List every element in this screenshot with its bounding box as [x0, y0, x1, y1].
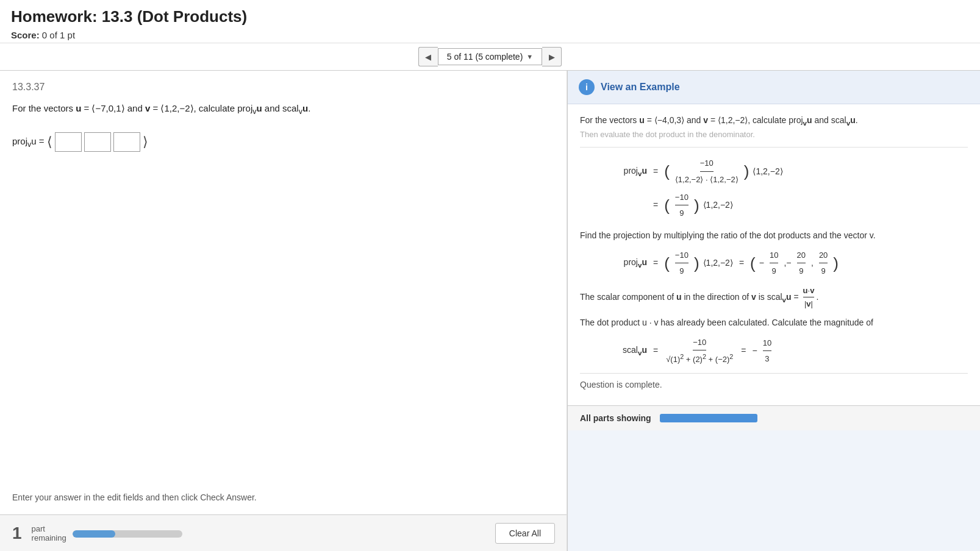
- problem-statement: For the vectors u = ⟨−7,0,1⟩ and v = ⟨1,…: [12, 101, 554, 118]
- explanation-text2: The scalar component of u in the directi…: [580, 285, 968, 310]
- part-info: 1 part remaining: [12, 524, 182, 543]
- page-title: Homework: 13.3 (Dot Products): [11, 7, 969, 26]
- nav-prev-button[interactable]: ◀: [418, 47, 438, 66]
- question-complete: Question is complete.: [580, 373, 968, 396]
- math-block-1: projvu = ( −10 ⟨1,2,−2⟩ · ⟨1,2,−2⟩ ) ⟨1,…: [604, 156, 968, 221]
- view-example-header[interactable]: i View an Example: [568, 71, 980, 104]
- nav-status-text: 5 of 11 (5 complete): [447, 52, 523, 62]
- frac2-num: −10: [675, 190, 689, 205]
- answer-input-2[interactable]: [84, 132, 111, 152]
- math-line-2: = ( −10 9 ) ⟨1,2,−2⟩: [604, 190, 968, 221]
- frac1-den: ⟨1,2,−2⟩ · ⟨1,2,−2⟩: [675, 172, 739, 187]
- answer-input-1[interactable]: [55, 132, 82, 152]
- example-problem: For the vectors u = ⟨−4,0,3⟩ and v = ⟨1,…: [580, 114, 968, 148]
- bottom-bar: 1 part remaining Clear All: [0, 514, 567, 551]
- right-panel: i View an Example For the vectors u = ⟨−…: [567, 71, 980, 551]
- proj-label-2: projvu: [604, 255, 647, 271]
- explanation-text: Find the projection by multiplying the r…: [580, 229, 968, 242]
- answer-input-3[interactable]: [113, 132, 140, 152]
- instruction: Enter your answer in the edit fields and…: [12, 492, 257, 502]
- progress-bar-fill: [73, 530, 115, 538]
- example-content: For the vectors u = ⟨−4,0,3⟩ and v = ⟨1,…: [568, 104, 980, 405]
- part-label-line2: remaining: [32, 533, 66, 542]
- header: Homework: 13.3 (Dot Products) Score: 0 o…: [0, 0, 980, 43]
- all-parts-label: All parts showing: [580, 413, 651, 423]
- close-angle-bracket: ⟩: [143, 135, 148, 149]
- main-content: 13.3.37 For the vectors u = ⟨−7,0,1⟩ and…: [0, 71, 980, 551]
- math-line-3: projvu = ( −10 9 ) ⟨1,2,−2⟩ = ( − 1: [604, 248, 968, 279]
- scal-label: scalvu: [604, 343, 647, 359]
- answer-area: projvu = ⟨ ⟩: [12, 132, 554, 152]
- all-parts-progress-bar: [660, 414, 757, 422]
- fraction-3: −10 9: [675, 248, 689, 279]
- score-line: Score: 0 of 1 pt: [11, 30, 969, 40]
- math-line-1: projvu = ( −10 ⟨1,2,−2⟩ · ⟨1,2,−2⟩ ) ⟨1,…: [604, 156, 968, 187]
- step1-overflow: Then evaluate the dot product in the den…: [580, 130, 755, 139]
- proj-label: projvu =: [12, 136, 45, 149]
- open-angle-bracket: ⟨: [47, 135, 52, 149]
- nav-next-button[interactable]: ▶: [542, 47, 562, 66]
- part-number: 1: [12, 524, 22, 543]
- info-icon: i: [579, 79, 595, 95]
- proj-label-1: projvu: [604, 163, 647, 180]
- vec-1: ⟨1,2,−2⟩: [753, 164, 782, 179]
- explanation-text3: The dot product u · v has already been c…: [580, 316, 968, 329]
- nav-bar: ◀ 5 of 11 (5 complete) ▼ ▶: [0, 43, 980, 71]
- view-example-label: View an Example: [601, 82, 680, 93]
- part-label-line1: part: [32, 524, 66, 533]
- score-value: 0 of 1 pt: [42, 30, 75, 40]
- left-panel: 13.3.37 For the vectors u = ⟨−7,0,1⟩ and…: [0, 71, 567, 551]
- clear-all-button[interactable]: Clear All: [495, 523, 555, 544]
- frac2-den: 9: [679, 205, 684, 220]
- app: Homework: 13.3 (Dot Products) Score: 0 o…: [0, 0, 980, 551]
- part-label: part remaining: [32, 524, 66, 542]
- problem-number: 13.3.37: [12, 82, 554, 93]
- math-block-2: projvu = ( −10 9 ) ⟨1,2,−2⟩ = ( − 1: [604, 248, 968, 279]
- math-block-3: scalvu = −10 √(1)2 + (2)2 + (−2)2 = − 10…: [604, 335, 968, 367]
- fraction-scal: −10 √(1)2 + (2)2 + (−2)2: [666, 335, 733, 367]
- fraction-2: −10 9: [675, 190, 689, 221]
- vec-2: ⟨1,2,−2⟩: [703, 197, 733, 213]
- chevron-down-icon[interactable]: ▼: [526, 53, 533, 60]
- fraction-1: −10 ⟨1,2,−2⟩ · ⟨1,2,−2⟩: [675, 156, 739, 187]
- math-line-4: scalvu = −10 √(1)2 + (2)2 + (−2)2 = − 10…: [604, 335, 968, 367]
- all-parts-footer: All parts showing: [568, 405, 980, 430]
- score-label: Score:: [11, 30, 40, 40]
- progress-bar: [73, 530, 182, 538]
- frac1-num: −10: [700, 156, 714, 171]
- nav-status: 5 of 11 (5 complete) ▼: [438, 48, 542, 65]
